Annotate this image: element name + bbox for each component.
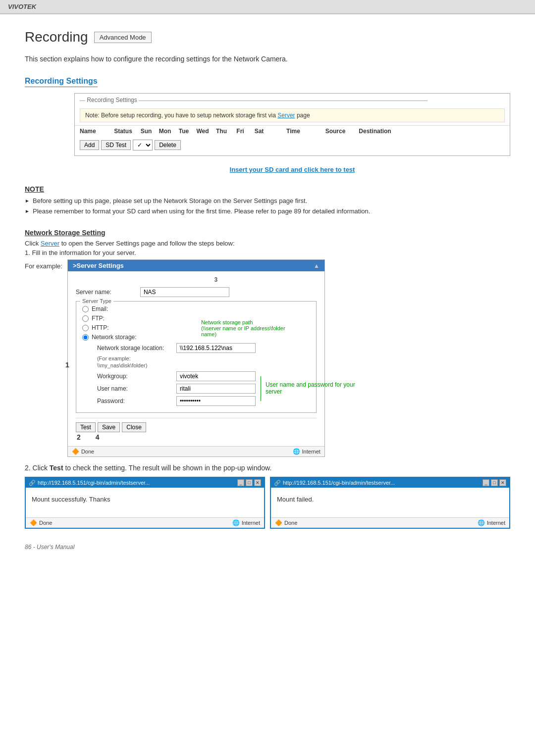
server-settings-panel: >Server Settings ▲ 3 Server name: Server… — [67, 259, 325, 457]
brand-label: VIVOTEK — [8, 3, 36, 10]
col-fri: Fri — [231, 128, 250, 135]
rs-table-header: Name Status Sun Mon Tue Wed Thu Fri Sat … — [75, 125, 510, 137]
server-name-row: Server name: — [76, 287, 317, 297]
done-label: Done — [81, 449, 94, 454]
ns-location-input[interactable] — [176, 343, 256, 353]
for-example-label: For example: — [25, 259, 62, 270]
radio-network[interactable] — [82, 334, 89, 341]
for-example-note-1: (For example: — [97, 355, 310, 361]
ns-location-row: Network storage location: — [97, 343, 310, 353]
rs-note: Note: Before setup recording, you have t… — [80, 108, 505, 122]
server-link[interactable]: Server — [277, 112, 295, 119]
ss-actions: Test Save Close — [76, 418, 317, 432]
popup-failure-body: Mount failed. — [271, 488, 509, 517]
restore-btn-success[interactable]: □ — [246, 479, 253, 486]
delete-button[interactable]: Delete — [155, 140, 181, 150]
workgroup-input[interactable] — [176, 371, 256, 381]
status-done: 🔶 Done — [72, 448, 94, 455]
radio-http-row: HTTP: Network storage path (\\server nam… — [82, 324, 310, 331]
save-button[interactable]: Save — [98, 422, 120, 432]
popup-success: 🔗 http://192.168.5.151/cgi-bin/admin/tes… — [25, 477, 265, 529]
note-section: NOTE Before setting up this page, please… — [25, 185, 510, 215]
radio-ftp[interactable] — [82, 315, 89, 322]
internet-label: Internet — [302, 449, 321, 454]
note-item-1: Before setting up this page, please set … — [25, 197, 510, 204]
popup-success-titlebar: 🔗 http://192.168.5.151/cgi-bin/admin/tes… — [26, 478, 264, 488]
server-link-2[interactable]: Server — [41, 240, 59, 247]
network-path-note: Network storage path (\\server name or I… — [201, 319, 300, 337]
col-sat: Sat — [250, 128, 268, 135]
popup-success-statusbar: 🔶 Done 🌐 Internet — [26, 517, 264, 528]
for-example-row: For example: >Server Settings ▲ 3 Server… — [25, 259, 510, 457]
popup-failure-controls[interactable]: _ □ ✕ — [482, 479, 506, 486]
user-pw-note: User name and password for your server — [266, 381, 365, 395]
password-row: Password: User name and password for you… — [97, 396, 310, 406]
close-btn-failure[interactable]: ✕ — [499, 479, 506, 486]
internet-icon-failure: 🌐 — [478, 519, 485, 526]
internet-icon-success: 🌐 — [232, 519, 240, 526]
network-storage-section: Network Storage Setting Click Server to … — [25, 229, 510, 457]
internet-icon: 🌐 — [293, 448, 300, 455]
footer-text: 86 - User's Manual — [25, 544, 510, 551]
ss-titlebar: >Server Settings ▲ — [68, 260, 324, 271]
col-status: Status — [109, 128, 137, 135]
done-icon-success: 🔶 — [30, 519, 37, 526]
page-header: Recording Advanced Mode — [25, 29, 510, 45]
test-bold: Test — [50, 464, 63, 472]
popup-success-title: http://192.168.5.151/cgi-bin/admin/tests… — [38, 480, 150, 486]
success-internet: 🌐 Internet — [232, 519, 260, 526]
for-example-note-2: \\my_nas\disk\folder) — [97, 362, 310, 368]
add-button[interactable]: Add — [80, 140, 99, 150]
popup-failure-title: http://192.168.5.151/cgi-bin/admin/tests… — [283, 480, 395, 486]
col-source: Source — [318, 128, 353, 135]
note-item-2: Please remember to format your SD card w… — [25, 207, 510, 215]
note-title: NOTE — [25, 185, 510, 193]
close-button[interactable]: Close — [122, 422, 146, 432]
test-button[interactable]: Test — [76, 422, 96, 432]
popup-success-icon: 🔗 — [29, 480, 36, 486]
action-select[interactable]: ✓ — [133, 140, 153, 151]
popup-windows-row: 🔗 http://192.168.5.151/cgi-bin/admin/tes… — [25, 477, 510, 529]
col-wed: Wed — [193, 128, 212, 135]
minimize-btn-failure[interactable]: _ — [482, 479, 489, 486]
network-storage-desc: Click Server to open the Server Settings… — [25, 240, 510, 247]
sd-test-link[interactable]: Insert your SD card and click here to te… — [74, 166, 510, 173]
recording-settings-heading: Recording Settings — [25, 77, 98, 87]
col-thu: Thu — [212, 128, 231, 135]
radio-email-row: Email: — [82, 305, 310, 312]
status-internet: 🌐 Internet — [293, 448, 321, 455]
col-sun: Sun — [137, 128, 156, 135]
restore-btn-failure[interactable]: □ — [491, 479, 498, 486]
popup-success-controls[interactable]: _ □ ✕ — [237, 479, 261, 486]
main-content: Recording Advanced Mode This section exp… — [0, 14, 535, 565]
col-name: Name — [80, 128, 109, 135]
close-btn-success[interactable]: ✕ — [254, 479, 261, 486]
popup-failure: 🔗 http://192.168.5.151/cgi-bin/admin/tes… — [270, 477, 510, 529]
note-list: Before setting up this page, please set … — [25, 197, 510, 215]
success-done: 🔶 Done — [30, 519, 52, 526]
advanced-mode-badge[interactable]: Advanced Mode — [94, 32, 152, 43]
failure-done: 🔶 Done — [275, 519, 297, 526]
failure-internet: 🌐 Internet — [478, 519, 505, 526]
step-4-num: 4 — [96, 433, 100, 441]
rs-actions: Add SD Test ✓ Delete — [75, 137, 510, 155]
workgroup-row: Workgroup: — [97, 371, 310, 381]
popup-success-body: Mount successfully. Thanks — [26, 488, 264, 517]
radio-http[interactable] — [82, 325, 89, 331]
col-time: Time — [268, 128, 318, 135]
col-mon: Mon — [156, 128, 174, 135]
page-title: Recording — [25, 29, 88, 45]
sd-test-button[interactable]: SD Test — [101, 140, 131, 150]
popup-failure-statusbar: 🔶 Done 🌐 Internet — [271, 517, 509, 528]
network-storage-heading: Network Storage Setting — [25, 229, 510, 237]
minimize-btn-success[interactable]: _ — [237, 479, 244, 486]
password-input[interactable] — [176, 396, 256, 406]
server-name-input[interactable] — [140, 287, 229, 297]
ss-body: 3 Server name: Server Type Email: — [68, 271, 324, 446]
username-input[interactable] — [176, 384, 256, 394]
done-icon: 🔶 — [72, 448, 79, 455]
ss-statusbar: 🔶 Done 🌐 Internet — [68, 446, 324, 456]
intro-text: This section explains how to configure t… — [25, 55, 510, 63]
col-tue: Tue — [174, 128, 193, 135]
radio-email[interactable] — [82, 306, 89, 312]
